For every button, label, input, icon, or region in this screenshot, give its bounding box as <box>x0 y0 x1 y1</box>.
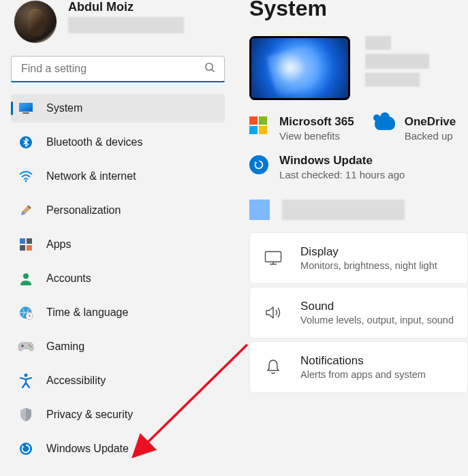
bell-icon <box>264 358 283 377</box>
device-rename-redacted <box>365 73 420 86</box>
svg-point-6 <box>25 180 27 183</box>
card-sub: View benefits <box>279 130 354 142</box>
desktop-preview[interactable] <box>249 36 350 100</box>
search-box[interactable] <box>11 56 225 82</box>
windows-update-card[interactable]: Windows Update Last checked: 11 hours ag… <box>249 154 405 180</box>
setting-title: Notifications <box>300 354 426 368</box>
device-model-redacted <box>365 54 429 69</box>
nav-label: Network & internet <box>46 170 136 183</box>
search-icon <box>204 62 215 76</box>
svg-point-14 <box>29 345 30 346</box>
nav-item-time[interactable]: Time & language <box>11 298 225 327</box>
svg-point-15 <box>30 346 31 347</box>
apps-icon <box>18 236 34 253</box>
nav-label: Gaming <box>46 340 84 353</box>
search-focus-underline <box>11 81 225 82</box>
card-sub: Backed up <box>405 130 456 142</box>
nav-item-personalization[interactable]: Personalization <box>11 196 225 225</box>
person-icon <box>18 270 34 287</box>
nav-label: Windows Update <box>46 443 129 455</box>
setting-sub: Monitors, brightness, night light <box>300 260 437 271</box>
nav-label: Privacy & security <box>46 409 133 421</box>
bluetooth-icon <box>18 134 34 150</box>
device-info <box>365 36 429 100</box>
onedrive-card[interactable]: OneDrive Backed up <box>375 115 456 142</box>
svg-rect-10 <box>27 245 32 251</box>
setting-display[interactable]: Display Monitors, brightness, night ligh… <box>249 232 468 284</box>
nav-item-accounts[interactable]: Accounts <box>11 264 225 293</box>
nav-label: Accounts <box>46 272 91 285</box>
nav-item-apps[interactable]: Apps <box>11 230 225 259</box>
update-icon <box>249 155 268 174</box>
setting-sound[interactable]: Sound Volume levels, output, input, soun… <box>249 287 468 338</box>
user-name: Abdul Moiz <box>68 0 222 14</box>
display-icon <box>264 249 283 268</box>
system-icon <box>18 100 34 116</box>
update-icon <box>18 441 34 457</box>
setting-title: Sound <box>300 300 454 313</box>
svg-rect-3 <box>19 103 33 112</box>
search-input[interactable] <box>11 56 225 82</box>
svg-point-0 <box>206 63 213 70</box>
nav-label: Apps <box>46 238 71 251</box>
nav-item-privacy[interactable]: Privacy & security <box>11 400 225 429</box>
nav-item-network[interactable]: Network & internet <box>11 162 225 191</box>
banner-icon-redacted <box>249 200 270 220</box>
banner-text-redacted <box>282 200 405 220</box>
svg-rect-4 <box>22 112 29 114</box>
user-header[interactable]: Abdul Moiz <box>11 0 225 56</box>
nav-label: Accessibility <box>46 375 106 387</box>
nav-label: System <box>46 102 82 114</box>
card-title: Microsoft 365 <box>279 115 354 129</box>
svg-point-16 <box>25 374 28 377</box>
microsoft-365-card[interactable]: Microsoft 365 View benefits <box>249 115 354 142</box>
wifi-icon <box>18 168 34 185</box>
microsoft-365-icon <box>249 116 268 136</box>
nav-item-bluetooth[interactable]: Bluetooth & devices <box>11 128 225 157</box>
nav-label: Bluetooth & devices <box>46 136 142 148</box>
page-title: System <box>249 0 468 21</box>
nav-item-windows-update[interactable]: Windows Update <box>11 434 225 463</box>
svg-rect-9 <box>20 245 25 251</box>
nav-label: Personalization <box>46 204 121 217</box>
card-title: Windows Update <box>279 154 405 168</box>
setting-sub: Alerts from apps and system <box>300 369 426 380</box>
globe-clock-icon <box>18 304 34 321</box>
svg-rect-18 <box>266 252 281 262</box>
card-title: OneDrive <box>405 115 456 129</box>
nav-item-system[interactable]: System <box>11 94 225 123</box>
nav-list: System Bluetooth & devices Network & int… <box>11 94 225 463</box>
card-sub: Last checked: 11 hours ago <box>279 169 405 180</box>
svg-rect-7 <box>20 238 25 244</box>
nav-item-gaming[interactable]: Gaming <box>11 332 225 361</box>
gamepad-icon <box>18 338 34 355</box>
sound-icon <box>264 303 283 322</box>
accessibility-icon <box>18 372 34 389</box>
onedrive-icon <box>375 116 394 136</box>
nav-label: Time & language <box>46 306 128 319</box>
shield-icon <box>18 407 34 423</box>
svg-rect-8 <box>27 238 32 244</box>
device-name-redacted <box>365 36 391 50</box>
svg-line-1 <box>212 69 215 72</box>
setting-notifications[interactable]: Notifications Alerts from apps and syste… <box>249 341 468 393</box>
user-email-redacted <box>68 17 184 33</box>
svg-point-11 <box>23 274 29 279</box>
avatar <box>14 0 57 44</box>
paintbrush-icon <box>18 202 34 219</box>
setting-title: Display <box>300 245 437 259</box>
nav-item-accessibility[interactable]: Accessibility <box>11 366 225 395</box>
setting-sub: Volume levels, output, input, sound <box>300 315 454 326</box>
banner-redacted <box>249 200 468 220</box>
